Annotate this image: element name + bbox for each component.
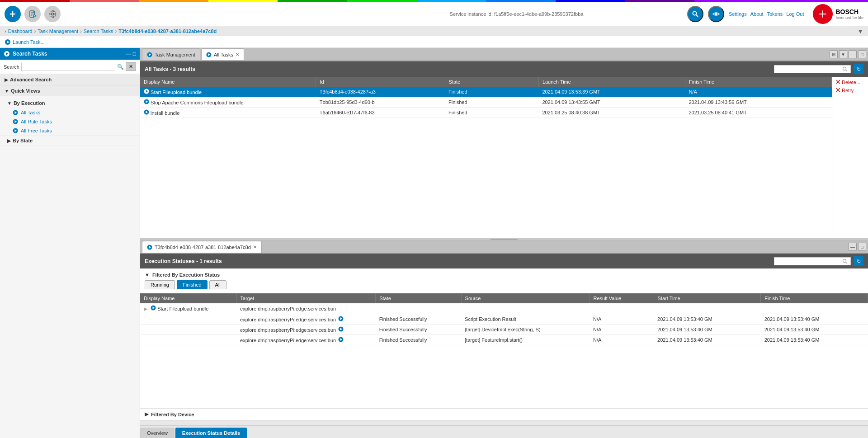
all-tasks-search-input[interactable]	[777, 66, 840, 72]
bosch-circle-icon	[813, 4, 833, 24]
row3-id: T6ab16460-e1f7-47f6-83	[316, 108, 445, 118]
exec-row2-state: Finished Successfully	[376, 314, 461, 325]
tab-bar-minimize[interactable]: —	[849, 50, 857, 58]
header: Service instance id: f1a5ff5e-eec1-4dbe-…	[0, 2, 868, 26]
settings-link[interactable]: Settings	[729, 11, 747, 17]
settings-icon-button[interactable]	[44, 6, 61, 22]
exec-table-row[interactable]: explore.dmp:raspberryPi:edge:services:bu…	[140, 335, 868, 345]
quick-views-header[interactable]: ▼ Quick Views	[0, 85, 140, 96]
exec-row4-result: N/A	[590, 335, 654, 345]
filter-btn-all[interactable]: All	[209, 280, 226, 289]
filter-btn-finished[interactable]: Finished	[177, 280, 208, 289]
exec-panel-header: Execution Statuses - 1 results ↻	[140, 254, 868, 268]
all-free-tasks-icon	[13, 128, 18, 133]
sidebar-section-advanced: ▶ Advanced Search	[0, 74, 140, 85]
exec-col-finish: Finish Time	[761, 293, 868, 303]
all-tasks-refresh-btn[interactable]: ↻	[854, 64, 863, 74]
bottom-tab-overview[interactable]: Overview	[140, 428, 175, 438]
exec-row4-finish: 2021.04.09 13:53:40 GM	[761, 335, 868, 345]
delete-button[interactable]: Delete...	[834, 79, 866, 86]
col-id: Id	[316, 77, 445, 87]
about-link[interactable]: About	[750, 11, 764, 17]
sidebar-item-all-tasks[interactable]: All Tasks	[0, 108, 140, 117]
by-execution-chevron: ▼	[7, 101, 12, 106]
by-execution-items: All Tasks All Rule Tasks All Free Tasks	[0, 108, 140, 135]
bottom-tab-exec-details[interactable]: Execution Status Details	[175, 428, 247, 438]
launch-task-link[interactable]: Launch Task...	[13, 39, 45, 45]
filter-by-device: ▶ Filtered By Device	[140, 408, 868, 420]
exec-table-row[interactable]: explore.dmp:raspberryPi:edge:services:bu…	[140, 314, 868, 325]
tab-bar-icon-btn1[interactable]: ⊞	[830, 50, 838, 58]
exec-col-target: Target	[236, 293, 376, 303]
svg-rect-16	[822, 10, 823, 18]
exec-row1-target: explore.dmp:raspberryPi:edge:services:bu…	[236, 303, 376, 314]
logout-link[interactable]: Log Out	[786, 11, 804, 17]
sidebar-minimize-icon[interactable]: —	[126, 51, 131, 57]
svg-line-46	[846, 262, 847, 264]
sidebar-search-button[interactable]: ✕	[126, 62, 136, 71]
table-row[interactable]: install bundle T6ab16460-e1f7-47f6-83 Fi…	[140, 108, 832, 118]
row1-id: T3fc4b8d4-e038-4287-a3	[316, 87, 445, 97]
breadcrumb-task-management[interactable]: Task Management	[38, 28, 78, 34]
col-launch-time: Launch Time	[538, 77, 685, 87]
search-circle-icon[interactable]	[687, 6, 703, 22]
sidebar-item-all-free-tasks[interactable]: All Free Tasks	[0, 126, 140, 135]
exec-table-row[interactable]: ▶ Start Fileupload bundle explore.dmp:ra…	[140, 303, 868, 314]
retry-button[interactable]: Retry...	[834, 87, 866, 94]
exec-filter-header[interactable]: ▼ Filtered By Execution Status	[145, 272, 863, 278]
col-finish-time: Finish Time	[685, 77, 831, 87]
exec-tab-close[interactable]: ✕	[253, 245, 257, 250]
sidebar-item-all-rule-tasks[interactable]: All Rule Tasks	[0, 117, 140, 126]
tab-exec-status[interactable]: T3fc4b8d4-e038-4287-a381-812abe4a7c8d ✕	[142, 241, 262, 253]
exec-table-row[interactable]: explore.dmp:raspberryPi:edge:services:bu…	[140, 325, 868, 335]
filter-by-device-header[interactable]: ▶ Filtered By Device	[145, 411, 863, 417]
document-icon-button[interactable]	[24, 6, 41, 22]
row3-name: install bundle	[140, 108, 316, 118]
breadcrumb-search-tasks[interactable]: Search Tasks	[84, 28, 113, 34]
exec-refresh-btn[interactable]: ↻	[854, 256, 863, 266]
exec-row2-name	[140, 314, 236, 325]
tab-task-management[interactable]: Task Management	[142, 48, 200, 60]
sidebar: Search Tasks — □ Search 🔍 ✕ ▶ Advanced S…	[0, 48, 140, 438]
exec-search-input[interactable]	[777, 259, 840, 264]
collapse-icon[interactable]: ▼	[857, 28, 863, 35]
col-state: State	[445, 77, 538, 87]
breadcrumb-dashboard[interactable]: Dashboard	[8, 28, 33, 34]
quick-views-body: ▼ By Execution All Tasks All Rule Tasks	[0, 96, 140, 148]
all-tasks-panel: All Tasks - 3 results ↻	[140, 61, 868, 238]
add-icon-button[interactable]	[5, 6, 21, 22]
lower-tab-minimize[interactable]: —	[849, 243, 857, 251]
svg-line-12	[696, 15, 698, 17]
tab-bar-maximize[interactable]: □	[858, 50, 866, 58]
row1-state: Finished	[445, 87, 538, 97]
exec-row2-finish: 2021.04.09 13:53:40 GM	[761, 314, 868, 325]
by-execution-label: By Execution	[14, 100, 45, 106]
all-tasks-tab-icon	[206, 52, 212, 57]
tab-all-tasks-close[interactable]: ✕	[236, 52, 239, 57]
launch-task-icon	[5, 39, 11, 45]
lower-tab-maximize[interactable]: □	[858, 243, 866, 251]
tab-bar-icon-btn2[interactable]: ▼	[839, 50, 847, 58]
exec-row3-name	[140, 325, 236, 335]
advanced-search-header[interactable]: ▶ Advanced Search	[0, 74, 140, 85]
table-row[interactable]: Stop Apache Commons Fileupload bundle Tb…	[140, 97, 832, 108]
svg-point-31	[843, 67, 846, 71]
tab-all-tasks[interactable]: All Tasks ✕	[201, 48, 244, 60]
eye-circle-icon[interactable]	[708, 6, 724, 22]
sidebar-search-input[interactable]	[21, 63, 115, 71]
header-links: Settings About Tokens Log Out	[729, 11, 804, 17]
advanced-search-label: Advanced Search	[10, 77, 52, 82]
delete-icon	[836, 80, 840, 84]
by-execution-header[interactable]: ▼ By Execution	[0, 98, 140, 108]
by-state-header[interactable]: ▶ By State	[0, 136, 140, 146]
all-free-tasks-label: All Free Tasks	[21, 128, 52, 133]
sidebar-restore-icon[interactable]: □	[133, 51, 136, 57]
table-row[interactable]: Start Fileupload bundle T3fc4b8d4-e038-4…	[140, 87, 832, 97]
tokens-link[interactable]: Tokens	[767, 11, 783, 17]
horizontal-scrollbar[interactable]	[140, 420, 868, 425]
task-mgmt-tab-icon	[147, 52, 152, 57]
filter-btn-running[interactable]: Running	[145, 280, 175, 289]
exec-row4-name	[140, 335, 236, 345]
bottom-tabs: Overview Execution Status Details	[140, 425, 868, 438]
exec-table-container: Display Name Target State Source Result …	[140, 293, 868, 408]
